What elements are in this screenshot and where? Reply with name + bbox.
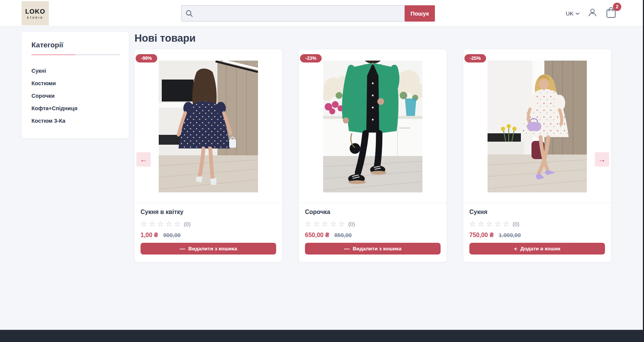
star-icon: ☆: [141, 220, 147, 228]
arrow-right-icon: →: [598, 155, 606, 164]
product-info: Сукня ☆ ☆ ☆ ☆ ☆ (0) 750,00 ₴ 1.000,00 + …: [463, 203, 611, 262]
price-row: 1,00 ₴ 900,00: [141, 232, 276, 239]
rating-count: (0): [348, 221, 355, 227]
cart-count-badge: 2: [613, 3, 621, 11]
product-info: Сорочка ☆ ☆ ☆ ☆ ☆ (0) 650,00 ₴ 850,00 — …: [299, 203, 447, 262]
new-products-carousel: -99%: [134, 49, 611, 262]
product-name[interactable]: Сукня в квітку: [141, 209, 276, 216]
categories-divider: [31, 54, 120, 55]
product-photo[interactable]: [159, 61, 258, 192]
sidebar-item-kostyum-3ka[interactable]: Костюм 3-Ка: [31, 114, 120, 127]
remove-from-cart-button[interactable]: — Видалити з кошика: [141, 243, 276, 255]
remove-from-cart-button[interactable]: — Видалити з кошика: [305, 243, 441, 255]
search-icon: [185, 9, 194, 18]
star-icon: ☆: [157, 220, 164, 228]
product-card: -25%: [463, 49, 611, 262]
price-row: 650,00 ₴ 850,00: [305, 232, 441, 239]
language-selector[interactable]: UK: [566, 10, 580, 17]
star-icon: ☆: [174, 220, 180, 228]
rating: ☆ ☆ ☆ ☆ ☆ (0): [469, 220, 605, 228]
star-icon: ☆: [166, 220, 172, 228]
star-icon: ☆: [305, 220, 311, 228]
star-icon: ☆: [478, 220, 484, 228]
logo[interactable]: LOKO STUDIO: [22, 1, 49, 25]
sidebar-item-sorochky[interactable]: Сорочки: [31, 89, 120, 102]
button-label: Додати в кошик: [520, 246, 560, 251]
language-label: UK: [566, 10, 574, 17]
current-price: 750,00 ₴: [469, 232, 494, 238]
rating-count: (0): [513, 221, 519, 227]
chevron-down-icon: [575, 10, 580, 17]
sidebar-item-sukni[interactable]: Сукні: [31, 64, 120, 77]
carousel-next-button[interactable]: →: [595, 152, 609, 167]
footer: [0, 330, 644, 342]
current-price: 1,00 ₴: [141, 232, 158, 238]
rating: ☆ ☆ ☆ ☆ ☆ (0): [141, 220, 276, 228]
price-row: 750,00 ₴ 1.000,00: [469, 232, 605, 239]
discount-badge: -99%: [136, 54, 157, 62]
page-title: Нові товари: [134, 33, 195, 44]
product-name[interactable]: Сорочка: [305, 209, 441, 216]
logo-text: LOKO: [25, 8, 45, 16]
old-price: 900,00: [163, 232, 181, 238]
minus-icon: —: [180, 245, 185, 252]
sidebar-item-kostyumy[interactable]: Костюми: [31, 77, 120, 89]
search-bar: Пошук: [181, 5, 435, 22]
product-photo[interactable]: [323, 61, 422, 192]
old-price: 1.000,00: [499, 232, 521, 238]
arrow-left-icon: ←: [140, 155, 147, 164]
search-input[interactable]: [181, 5, 405, 22]
product-name[interactable]: Сукня: [469, 209, 605, 216]
minus-icon: —: [344, 245, 350, 252]
header: LOKO STUDIO Пошук UK: [0, 0, 644, 27]
carousel-prev-button[interactable]: ←: [136, 152, 151, 167]
account-button[interactable]: [587, 7, 598, 19]
user-icon: [587, 7, 598, 19]
add-to-cart-button[interactable]: + Додати в кошик: [469, 243, 605, 255]
star-icon: ☆: [313, 220, 320, 228]
plus-icon: +: [514, 245, 517, 252]
categories-panel: Категорії Сукні Костюми Сорочки Кофта+Сп…: [22, 32, 129, 138]
star-icon: ☆: [338, 220, 345, 228]
cart-button[interactable]: 2: [605, 6, 617, 20]
categories-title: Категорії: [31, 41, 120, 49]
rating: ☆ ☆ ☆ ☆ ☆ (0): [305, 220, 441, 228]
categories-list: Сукні Костюми Сорочки Кофта+Спідниця Кос…: [31, 64, 120, 127]
star-icon: ☆: [330, 220, 336, 228]
product-card: -99%: [134, 49, 282, 262]
old-price: 850,00: [335, 232, 352, 238]
star-icon: ☆: [494, 220, 501, 228]
button-label: Видалити з кошика: [188, 246, 237, 251]
header-controls: UK 2: [566, 0, 617, 27]
star-icon: ☆: [486, 220, 492, 228]
discount-badge: -25%: [464, 54, 486, 62]
search-button[interactable]: Пошук: [405, 5, 435, 22]
product-photo[interactable]: [488, 61, 587, 192]
current-price: 650,00 ₴: [305, 232, 329, 238]
star-icon: ☆: [149, 220, 155, 228]
button-label: Видалити з кошика: [353, 246, 402, 251]
product-info: Сукня в квітку ☆ ☆ ☆ ☆ ☆ (0) 1,00 ₴ 900,…: [134, 203, 282, 262]
star-icon: ☆: [469, 220, 476, 228]
star-icon: ☆: [322, 220, 328, 228]
rating-count: (0): [184, 221, 191, 227]
discount-badge: -23%: [300, 54, 322, 62]
star-icon: ☆: [503, 220, 509, 228]
sidebar-item-kofta-spidnytsya[interactable]: Кофта+Спідниця: [31, 102, 120, 114]
logo-subtext: STUDIO: [27, 16, 44, 19]
product-card: -23%: [299, 49, 447, 262]
